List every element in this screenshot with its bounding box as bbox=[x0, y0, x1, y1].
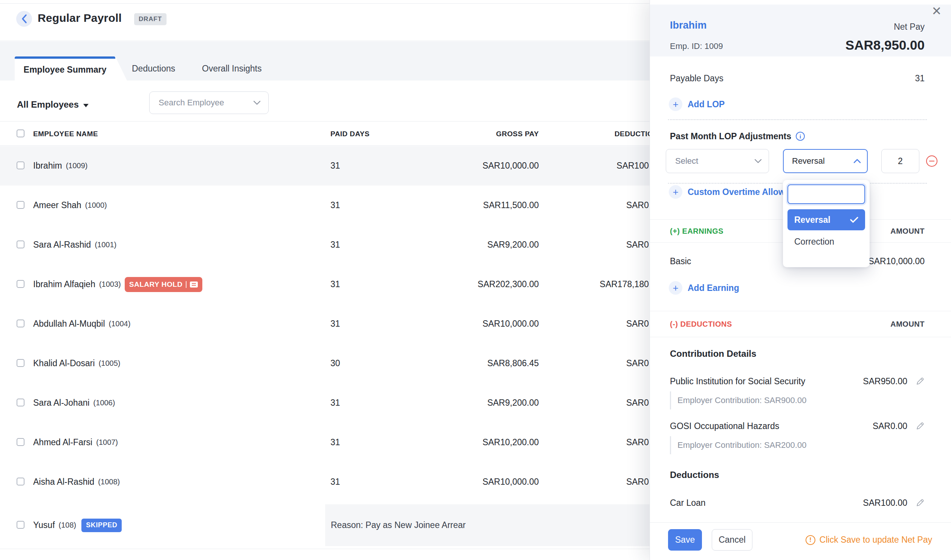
deduction-label: Car Loan bbox=[670, 498, 706, 508]
dotted-divider bbox=[668, 119, 927, 120]
employee-name-cell: Yusuf (108) SKIPPED bbox=[33, 502, 122, 549]
search-placeholder: Search Employee bbox=[159, 98, 253, 108]
row-checkbox[interactable] bbox=[17, 320, 25, 328]
contribution-amount: SAR950.00 bbox=[863, 376, 907, 386]
row-badge: SKIPPED bbox=[81, 518, 122, 532]
add-earning-button[interactable]: + Add Earning bbox=[669, 279, 739, 297]
paid-days-cell: 31 bbox=[330, 186, 340, 225]
remove-lop-row-icon[interactable] bbox=[926, 155, 937, 167]
employee-name-cell: Sara Al-Rashid (1001) bbox=[33, 225, 116, 265]
employee-id: (1007) bbox=[96, 438, 118, 447]
row-checkbox[interactable] bbox=[17, 359, 25, 367]
row-checkbox[interactable] bbox=[17, 398, 25, 406]
plus-icon: + bbox=[669, 97, 682, 111]
save-warning: ! Click Save to update Net Pay bbox=[806, 529, 932, 551]
row-checkbox[interactable] bbox=[17, 521, 25, 529]
paid-days-cell: 31 bbox=[330, 423, 340, 462]
gross-pay-cell: SAR9,200.00 bbox=[445, 225, 539, 265]
employee-name-cell: Abdullah Al-Muqbil (1004) bbox=[33, 304, 130, 344]
paid-days-cell: 31 bbox=[330, 383, 340, 423]
lop-type-select[interactable]: Reversal bbox=[783, 149, 868, 173]
add-earning-label: Add Earning bbox=[688, 283, 739, 293]
dropdown-option-correction[interactable]: Correction bbox=[787, 232, 865, 251]
dropdown-option-reversal[interactable]: Reversal bbox=[787, 209, 865, 230]
employee-name: Sara Al-Rashid bbox=[33, 240, 91, 250]
check-icon bbox=[850, 216, 858, 223]
add-lop-button[interactable]: + Add LOP bbox=[669, 95, 724, 113]
row-checkbox[interactable] bbox=[17, 280, 25, 288]
lop-type-dropdown-menu: Reversal Correction bbox=[783, 180, 870, 267]
lop-item-select[interactable]: Select bbox=[666, 149, 769, 173]
gross-pay-cell: SAR202,300.00 bbox=[445, 265, 539, 304]
paid-days-cell: 31 bbox=[330, 304, 340, 344]
employee-scope-dropdown[interactable]: All Employees bbox=[17, 94, 88, 115]
employee-name: Ibrahim bbox=[33, 161, 62, 171]
contribution-label: Public Institution for Social Security bbox=[670, 376, 805, 386]
page-title: Regular Payroll bbox=[38, 12, 122, 25]
info-icon[interactable]: i bbox=[796, 132, 805, 141]
comment-icon[interactable] bbox=[190, 282, 198, 288]
plus-icon: + bbox=[669, 185, 682, 199]
deductions-cell: SAR0 bbox=[528, 423, 649, 462]
tab-overall-insights[interactable]: Overall Insights bbox=[202, 57, 262, 80]
lop-type-value: Reversal bbox=[792, 156, 825, 166]
paid-days-cell: 31 bbox=[330, 265, 340, 304]
employee-name-cell: Ahmed Al-Farsi (1007) bbox=[33, 423, 118, 462]
row-checkbox[interactable] bbox=[17, 201, 25, 209]
contribution-row: GOSI Occupational Hazards SAR0.00 bbox=[670, 417, 925, 435]
tab-deductions[interactable]: Deductions bbox=[132, 57, 175, 80]
net-pay-amount: SAR8,950.00 bbox=[846, 38, 925, 53]
row-checkbox[interactable] bbox=[17, 162, 25, 169]
payable-days-label: Payable Days bbox=[670, 73, 723, 83]
cancel-button[interactable]: Cancel bbox=[712, 529, 752, 551]
employee-name: Aisha Al-Rashid bbox=[33, 477, 94, 487]
back-button[interactable] bbox=[16, 11, 32, 27]
gross-pay-cell: SAR10,000.00 bbox=[445, 304, 539, 344]
close-icon[interactable]: × bbox=[932, 3, 941, 19]
employee-id: (1004) bbox=[109, 320, 131, 328]
employee-id: (108) bbox=[59, 521, 77, 529]
tab-label: Employee Summary bbox=[15, 59, 115, 80]
save-button[interactable]: Save bbox=[668, 529, 702, 551]
employee-name: Ibrahim Alfaqieh bbox=[33, 279, 95, 289]
deductions-cell: SAR0 bbox=[528, 383, 649, 423]
tab-employee-summary[interactable]: Employee Summary bbox=[15, 57, 128, 80]
employee-name-cell: Aisha Al-Rashid (1008) bbox=[33, 462, 120, 502]
deductions-cell: SAR0 bbox=[528, 304, 649, 344]
lop-count-input[interactable]: 2 bbox=[881, 149, 919, 173]
chevron-down-icon bbox=[754, 159, 762, 163]
badge-label: SALARY HOLD bbox=[129, 280, 183, 289]
edit-icon[interactable] bbox=[915, 498, 925, 507]
employee-detail-panel: × Ibrahim Net Pay Emp. ID: 1009 SAR8,950… bbox=[650, 0, 951, 560]
row-checkbox[interactable] bbox=[17, 438, 25, 446]
gross-pay-cell: SAR8,806.45 bbox=[445, 344, 539, 383]
employee-name-cell: Sara Al-Johani (1006) bbox=[33, 383, 115, 423]
employee-name-link[interactable]: Ibrahim bbox=[670, 20, 707, 31]
chevron-down-icon bbox=[253, 100, 261, 105]
employee-id: (1006) bbox=[93, 398, 115, 407]
edit-icon[interactable] bbox=[915, 422, 925, 431]
dropdown-search-input[interactable] bbox=[787, 185, 865, 204]
row-checkbox[interactable] bbox=[17, 240, 25, 248]
gross-pay-cell: SAR10,000.00 bbox=[445, 462, 539, 502]
row-checkbox[interactable] bbox=[17, 478, 25, 486]
column-header-gross-pay: GROSS PAY bbox=[445, 122, 539, 146]
badge-label: SKIPPED bbox=[86, 521, 117, 529]
search-employee-select[interactable]: Search Employee bbox=[149, 91, 269, 114]
net-pay-label: Net Pay bbox=[894, 22, 925, 32]
deductions-header: (-) DEDUCTIONS bbox=[670, 320, 732, 329]
edit-icon[interactable] bbox=[915, 377, 925, 386]
deductions-cell: SAR178,180 bbox=[528, 265, 649, 304]
employer-contribution-note: Employer Contribution: SAR200.00 bbox=[670, 436, 925, 454]
employee-name: Ahmed Al-Farsi bbox=[33, 437, 92, 448]
earning-amount: SAR10,000.00 bbox=[868, 256, 925, 266]
add-lop-label: Add LOP bbox=[688, 99, 724, 109]
employee-id-label: Emp. ID: 1009 bbox=[670, 42, 723, 51]
employee-id: (1001) bbox=[94, 240, 116, 249]
paid-days-cell: 31 bbox=[330, 146, 340, 186]
select-all-checkbox[interactable] bbox=[17, 129, 25, 137]
deduction-row: Car Loan SAR100.00 bbox=[670, 493, 925, 512]
employee-id: (1003) bbox=[99, 280, 121, 289]
option-label: Reversal bbox=[794, 215, 831, 225]
deductions-cell: SAR100 bbox=[528, 146, 649, 186]
